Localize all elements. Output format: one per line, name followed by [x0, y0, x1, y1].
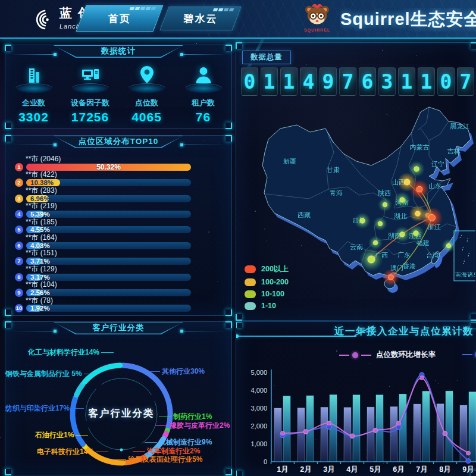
top10-bar: 83.17%: [5, 273, 231, 281]
top10-row: **市 (2046)150.32%: [5, 155, 231, 171]
tab-bishuiyun[interactable]: 碧水云: [159, 7, 241, 30]
heat-spot-green: [378, 198, 392, 212]
y-axis-tick: 0: [264, 458, 267, 465]
squirrel-mascot: SQUIRREL: [302, 2, 332, 32]
counter-digit: 9: [320, 67, 337, 96]
line-point: [327, 421, 331, 425]
corner-accent: [226, 309, 232, 316]
counter-digit: 7: [457, 67, 474, 96]
bar-points: [446, 391, 453, 462]
province-label: 西藏: [298, 211, 311, 218]
donut-label: 涂层及表面处理行业5%: [128, 455, 202, 465]
top10-bar: 92.56%: [5, 289, 231, 297]
bar-track: 4.55%: [26, 226, 191, 233]
top10-row: **市 (219)45.39%: [5, 202, 231, 218]
trend-combo-chart: 01,0002,0003,0004,0005,0001月2月3月4月5月6月7月…: [236, 322, 476, 476]
legend-item-growth-rate[interactable]: 点位数环比增长率: [339, 350, 437, 360]
counter-digit: 0: [437, 67, 455, 96]
donut-label: 电子科技行业14%: [37, 447, 94, 457]
bar-percent-label: 50.32%: [96, 164, 121, 171]
legend-item-clipped[interactable]: [462, 352, 476, 358]
province-label: 吉林: [447, 148, 461, 155]
corner-accent: [5, 469, 11, 475]
top10-bar: 64.03%: [5, 242, 231, 249]
stat-building: 企业数3302: [5, 61, 62, 124]
top10-row: **市 (78)101.92%: [5, 297, 231, 312]
province-label: 台湾: [426, 252, 439, 259]
top10-row-label: **市 (104): [26, 281, 231, 289]
province-label: 山东: [428, 182, 441, 189]
rank-badge: 10: [15, 304, 23, 312]
bar-percent-label: 3.71%: [30, 258, 50, 265]
rank-badge: 3: [15, 195, 23, 203]
panel-header: 点位区域分布TOP10: [5, 136, 231, 149]
legend-dash: [462, 354, 472, 355]
panel-data-statistics: 数据统计 企业数3302设备因子数17256点位数4065租户数76: [5, 45, 232, 129]
x-axis-tick: 5月: [369, 465, 381, 474]
bar-percent-label: 3.17%: [30, 274, 50, 281]
bar-enterprise: [414, 404, 421, 462]
donut-label: 钢铁与金属制品行业 5%: [5, 369, 82, 379]
legend-swatch: [245, 302, 256, 310]
stat-label: 点位数: [118, 98, 175, 108]
legend-swatch: [245, 278, 256, 286]
map-legend-item: 100-200: [245, 278, 289, 286]
squirrel-icon: [303, 18, 331, 29]
corner-accent: [226, 469, 232, 475]
bar-points: [469, 392, 476, 462]
top10-row-label: **市 (283): [26, 187, 231, 195]
top10-bar: 210.38%: [5, 179, 231, 187]
mascot-label: SQUIRREL: [302, 28, 332, 32]
legend-label: 100-200: [261, 278, 289, 286]
panel-title: 客户行业分类: [5, 322, 231, 334]
legend-label: 200以上: [261, 264, 289, 274]
bar-percent-label: 1.92%: [30, 305, 50, 312]
top10-bar: 45.39%: [5, 211, 231, 218]
line-point: [280, 431, 284, 435]
corner-accent: [471, 42, 476, 49]
corner-accent: [226, 123, 232, 129]
heat-spot-red: [410, 180, 429, 199]
top10-row: **市 (283)36.96%: [5, 187, 231, 202]
top10-row-label: **市 (185): [26, 218, 231, 226]
device-icon: [62, 61, 118, 87]
province-label: 甘肃: [327, 166, 340, 173]
x-axis-tick: 6月: [393, 465, 404, 474]
donut-slice: [73, 397, 83, 444]
bar-points: [422, 392, 430, 462]
bar-percent-label: 5.39%: [30, 211, 50, 218]
x-axis-tick: 7月: [416, 465, 427, 474]
stat-label: 企业数: [5, 98, 62, 108]
rank-badge: 6: [15, 242, 23, 250]
rank-badge: 2: [15, 178, 23, 187]
corner-accent: [236, 314, 242, 321]
top10-bar: 36.96%: [5, 195, 231, 202]
tab-home[interactable]: 首页: [76, 5, 164, 32]
y-axis-tick: 1,000: [250, 440, 267, 447]
heat-spot-green: [354, 212, 371, 229]
bar-track: 3.17%: [26, 274, 191, 281]
province-label: 广东: [397, 251, 411, 258]
signal-waves-icon: [31, 6, 54, 33]
stat-value: 4065: [118, 110, 175, 124]
tab-bishuiyun-label: 碧水云: [165, 7, 236, 30]
x-axis-tick: 1月: [277, 465, 288, 474]
donut-center-label: 客户行业分类: [74, 407, 169, 420]
star: [0, 437, 1, 438]
counter-digit: 7: [339, 67, 356, 96]
stat-label: 租户数: [175, 98, 231, 108]
panel-yearly-trend: 近一年接入企业与点位累计数 01,0002,0003,0004,0005,000…: [236, 321, 476, 476]
top10-row-label: **市 (78): [26, 297, 231, 305]
bar-percent-label: 10.38%: [30, 179, 54, 187]
star: [196, 43, 197, 44]
rank-badge: 5: [15, 226, 23, 234]
y-axis-tick: 4,000: [250, 387, 267, 394]
map-legend-item: 1-10: [245, 302, 289, 310]
heat-spot-green: [359, 248, 383, 271]
counter-digit: 1: [261, 67, 278, 96]
map-legend-item: 200以上: [245, 264, 289, 274]
corner-accent: [5, 123, 11, 129]
stat-location: 点位数4065: [118, 61, 175, 124]
top10-row-label: **市 (129): [26, 265, 231, 273]
bar-track: 5.39%: [26, 211, 191, 218]
